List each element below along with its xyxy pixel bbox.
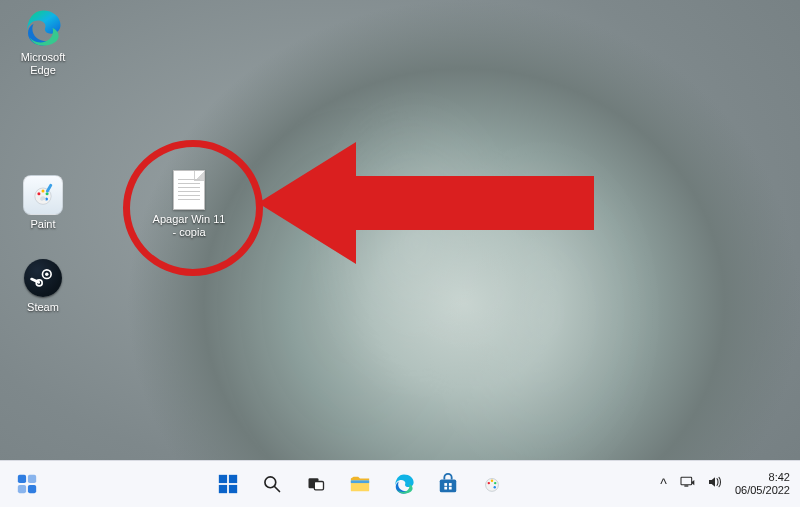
- edge-icon: [23, 8, 63, 48]
- widgets-button[interactable]: [8, 465, 46, 503]
- search-button[interactable]: [253, 465, 291, 503]
- svg-point-31: [491, 480, 493, 482]
- svg-marker-9: [258, 142, 594, 264]
- file-explorer-button[interactable]: [341, 465, 379, 503]
- svg-rect-13: [28, 485, 36, 493]
- svg-rect-15: [229, 475, 237, 483]
- svg-rect-27: [445, 487, 448, 490]
- svg-point-3: [46, 192, 49, 195]
- svg-line-19: [275, 487, 280, 492]
- svg-rect-34: [681, 477, 692, 484]
- paint-taskbar-button[interactable]: [473, 465, 511, 503]
- annotation-arrow: [258, 138, 594, 268]
- svg-rect-14: [219, 475, 227, 483]
- svg-rect-12: [18, 485, 26, 493]
- text-file-icon: [169, 170, 209, 210]
- svg-point-33: [494, 486, 496, 488]
- desktop-icon-label: Microsoft Edge: [7, 51, 79, 76]
- edge-taskbar-button[interactable]: [385, 465, 423, 503]
- task-view-button[interactable]: [297, 465, 335, 503]
- paint-icon: [23, 175, 63, 215]
- taskbar-clock[interactable]: 8:42 06/05/2022: [735, 471, 790, 497]
- svg-rect-11: [28, 475, 36, 483]
- svg-rect-28: [449, 487, 452, 490]
- svg-rect-25: [445, 483, 448, 486]
- desktop-icon-steam[interactable]: Steam: [7, 258, 79, 314]
- store-icon: [437, 473, 459, 495]
- task-view-icon: [306, 474, 326, 494]
- svg-point-7: [45, 272, 48, 275]
- svg-rect-24: [440, 479, 457, 492]
- svg-rect-16: [219, 485, 227, 493]
- svg-point-32: [494, 482, 496, 484]
- widgets-icon: [16, 473, 38, 495]
- desktop-icon-label: Steam: [7, 301, 79, 314]
- svg-point-30: [488, 482, 490, 484]
- taskbar: ^ 8:42 06/05/2022: [0, 460, 800, 507]
- desktop[interactable]: Microsoft Edge Paint: [0, 0, 800, 507]
- tray-chevron-up-icon[interactable]: ^: [660, 476, 667, 492]
- svg-rect-17: [229, 485, 237, 493]
- svg-rect-10: [18, 475, 26, 483]
- svg-rect-26: [449, 483, 452, 486]
- svg-rect-35: [684, 485, 688, 486]
- paint-icon: [481, 473, 503, 495]
- svg-point-2: [41, 189, 44, 192]
- clock-time: 8:42: [735, 471, 790, 484]
- svg-point-1: [37, 192, 40, 195]
- network-icon[interactable]: [679, 475, 695, 493]
- svg-rect-23: [351, 480, 369, 483]
- clock-date: 06/05/2022: [735, 484, 790, 497]
- desktop-icon-paint[interactable]: Paint: [7, 175, 79, 231]
- desktop-icon-label: Paint: [7, 218, 79, 231]
- svg-rect-21: [315, 482, 324, 490]
- edge-icon: [393, 473, 415, 495]
- windows-icon: [217, 473, 239, 495]
- desktop-icon-edge[interactable]: Microsoft Edge: [7, 8, 79, 76]
- start-button[interactable]: [209, 465, 247, 503]
- desktop-icon-label: Apagar Win 11 - copia: [150, 213, 228, 238]
- volume-icon[interactable]: [707, 475, 723, 493]
- wallpaper-swirl: [0, 0, 800, 507]
- steam-icon: [23, 258, 63, 298]
- desktop-icon-textfile[interactable]: Apagar Win 11 - copia: [150, 170, 228, 238]
- search-icon: [262, 474, 282, 494]
- file-explorer-icon: [349, 473, 371, 495]
- microsoft-store-button[interactable]: [429, 465, 467, 503]
